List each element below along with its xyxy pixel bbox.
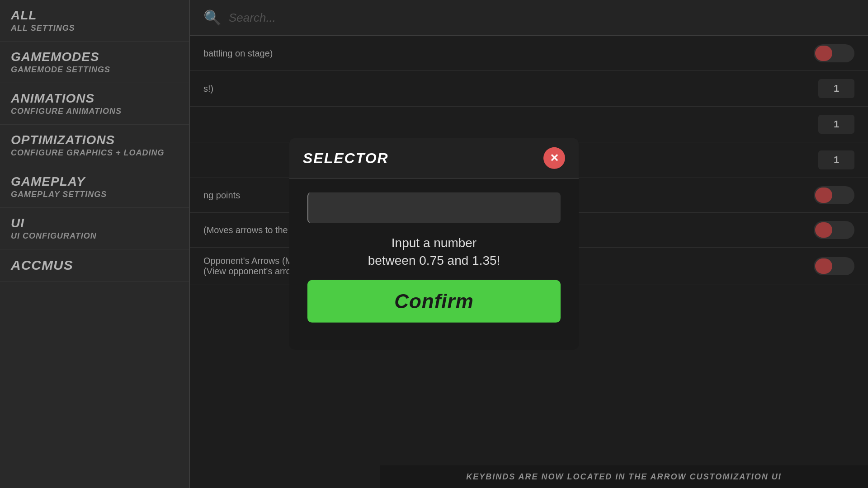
dialog-title: Selector [303,150,389,166]
number-input[interactable] [307,192,561,223]
dialog-body: Input a numberbetween 0.75 and 1.35! Con… [289,179,579,332]
dialog-header: Selector ✕ [289,138,579,179]
confirm-button[interactable]: Confirm [307,280,561,323]
selector-dialog: Selector ✕ Input a numberbetween 0.75 an… [289,138,579,350]
dialog-description: Input a numberbetween 0.75 and 1.35! [368,234,500,269]
close-button[interactable]: ✕ [543,147,565,169]
